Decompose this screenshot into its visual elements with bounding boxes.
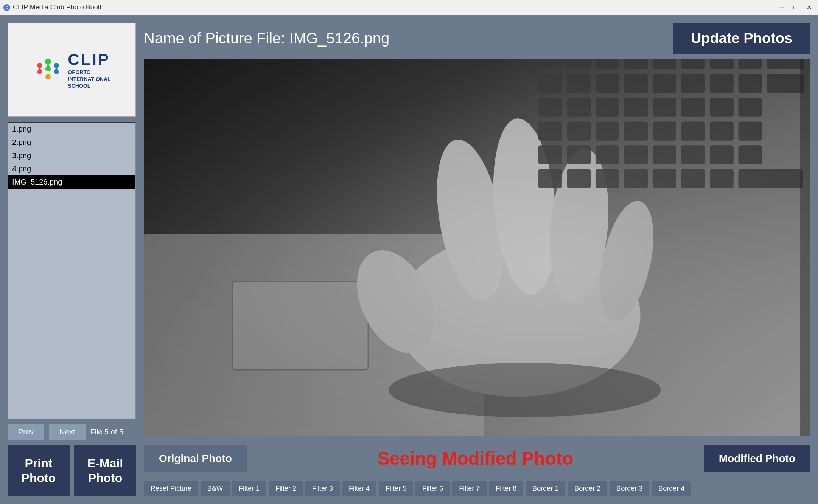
svg-rect-43 [567, 121, 591, 140]
svg-rect-22 [710, 59, 734, 69]
svg-rect-41 [738, 98, 762, 116]
title-bar-left: C CLIP Media Club Photo Booth [3, 3, 104, 11]
filter-button[interactable]: Border 3 [610, 481, 649, 496]
logo-text: CLIP OPORTO INTERNATIONAL SCHOOL [68, 51, 110, 90]
filter-button[interactable]: Filter 8 [489, 481, 523, 496]
svg-rect-31 [710, 74, 734, 93]
file-list-item[interactable]: IMG_5126.png [8, 175, 135, 189]
svg-rect-57 [738, 145, 762, 164]
action-row: Print Photo E-Mail Photo [8, 445, 136, 496]
file-list[interactable]: 1.png2.png3.png4.pngIMG_5126.png [8, 122, 136, 419]
app-body: CLIP OPORTO INTERNATIONAL SCHOOL 1.png2.… [0, 15, 818, 504]
file-list-item[interactable]: 2.png [8, 136, 135, 149]
svg-rect-51 [567, 145, 591, 164]
svg-rect-39 [681, 98, 705, 116]
svg-rect-33 [767, 74, 804, 93]
file-list-item[interactable]: 1.png [8, 123, 135, 136]
svg-rect-58 [538, 169, 562, 188]
modified-photo-tab[interactable]: Modified Photo [704, 445, 810, 472]
filter-button[interactable]: Filter 2 [269, 481, 303, 496]
svg-point-15 [389, 363, 661, 417]
svg-point-5 [45, 74, 51, 79]
svg-rect-32 [738, 74, 762, 93]
svg-rect-62 [653, 169, 676, 188]
filter-button[interactable]: Border 1 [526, 481, 565, 496]
filter-button[interactable]: Filter 7 [452, 481, 487, 496]
svg-point-2 [45, 59, 51, 65]
svg-rect-55 [681, 145, 705, 164]
app-title: CLIP Media Club Photo Booth [13, 3, 104, 11]
svg-rect-30 [681, 74, 705, 93]
svg-rect-20 [653, 59, 676, 69]
clip-logo-icon [33, 55, 63, 85]
filter-button[interactable]: Reset Picture [144, 481, 198, 496]
svg-rect-52 [596, 145, 619, 164]
filter-button[interactable]: B&W [201, 481, 230, 496]
svg-rect-42 [538, 121, 562, 140]
title-bar-controls: ─ □ ✕ [776, 2, 815, 13]
svg-rect-21 [681, 59, 705, 69]
svg-rect-27 [596, 74, 619, 93]
nav-row: Prev Next File 5 of 5 [8, 424, 136, 440]
prev-button[interactable]: Prev [8, 424, 44, 440]
left-panel: CLIP OPORTO INTERNATIONAL SCHOOL 1.png2.… [8, 23, 136, 496]
seeing-modified-tab[interactable]: Seeing Modified Photo [247, 440, 704, 476]
svg-rect-64 [710, 169, 734, 188]
right-panel: Name of Picture File: IMG_5126.png Updat… [144, 23, 810, 496]
title-bar: C CLIP Media Club Photo Booth ─ □ ✕ [0, 0, 818, 15]
svg-rect-37 [624, 98, 648, 116]
svg-rect-60 [596, 169, 619, 188]
svg-rect-46 [653, 121, 676, 140]
next-button[interactable]: Next [49, 424, 86, 440]
picture-file-title: Name of Picture File: IMG_5126.png [144, 30, 389, 47]
filter-button[interactable]: Border 4 [652, 481, 691, 496]
svg-rect-19 [624, 59, 648, 69]
svg-rect-47 [681, 121, 705, 140]
svg-rect-8 [232, 281, 369, 370]
svg-rect-23 [738, 59, 762, 69]
app-icon: C [3, 4, 11, 11]
svg-rect-29 [653, 74, 676, 93]
svg-rect-44 [596, 121, 619, 140]
filter-row: Reset PictureB&WFilter 1Filter 2Filter 3… [144, 481, 810, 496]
file-counter: File 5 of 5 [90, 428, 123, 436]
print-photo-button[interactable]: Print Photo [8, 445, 70, 496]
svg-rect-26 [567, 74, 591, 93]
svg-rect-38 [653, 98, 676, 116]
logo-content: CLIP OPORTO INTERNATIONAL SCHOOL [33, 51, 110, 90]
svg-rect-35 [567, 98, 591, 116]
close-button[interactable]: ✕ [803, 2, 815, 13]
original-photo-tab[interactable]: Original Photo [144, 445, 247, 472]
svg-rect-24 [767, 59, 804, 69]
svg-point-4 [54, 63, 59, 68]
svg-rect-65 [738, 169, 803, 188]
file-list-item[interactable]: 4.png [8, 162, 135, 175]
filter-button[interactable]: Filter 3 [305, 481, 340, 496]
svg-point-3 [37, 63, 42, 68]
logo-area: CLIP OPORTO INTERNATIONAL SCHOOL [8, 23, 136, 117]
svg-rect-34 [538, 98, 562, 116]
svg-rect-36 [596, 98, 619, 116]
filter-button[interactable]: Filter 6 [415, 481, 450, 496]
email-photo-button[interactable]: E-Mail Photo [74, 445, 136, 496]
filter-button[interactable]: Filter 4 [342, 481, 376, 496]
svg-rect-63 [681, 169, 705, 188]
update-photos-button[interactable]: Update Photos [673, 23, 810, 54]
svg-text:C: C [5, 6, 8, 10]
logo-clip-text: CLIP [68, 51, 110, 69]
filter-button[interactable]: Border 2 [568, 481, 607, 496]
svg-rect-54 [653, 145, 676, 164]
top-bar: Name of Picture File: IMG_5126.png Updat… [144, 23, 810, 54]
minimize-button[interactable]: ─ [776, 2, 788, 13]
svg-rect-67 [800, 59, 810, 436]
maximize-button[interactable]: □ [789, 2, 801, 13]
svg-rect-56 [710, 145, 734, 164]
photo-display [144, 59, 810, 436]
svg-rect-40 [710, 98, 734, 116]
photo-image [144, 59, 810, 436]
svg-rect-16 [538, 59, 562, 69]
filter-button[interactable]: Filter 5 [379, 481, 413, 496]
filter-button[interactable]: Filter 1 [232, 481, 266, 496]
file-list-item[interactable]: 3.png [8, 149, 135, 162]
svg-rect-28 [624, 74, 648, 93]
